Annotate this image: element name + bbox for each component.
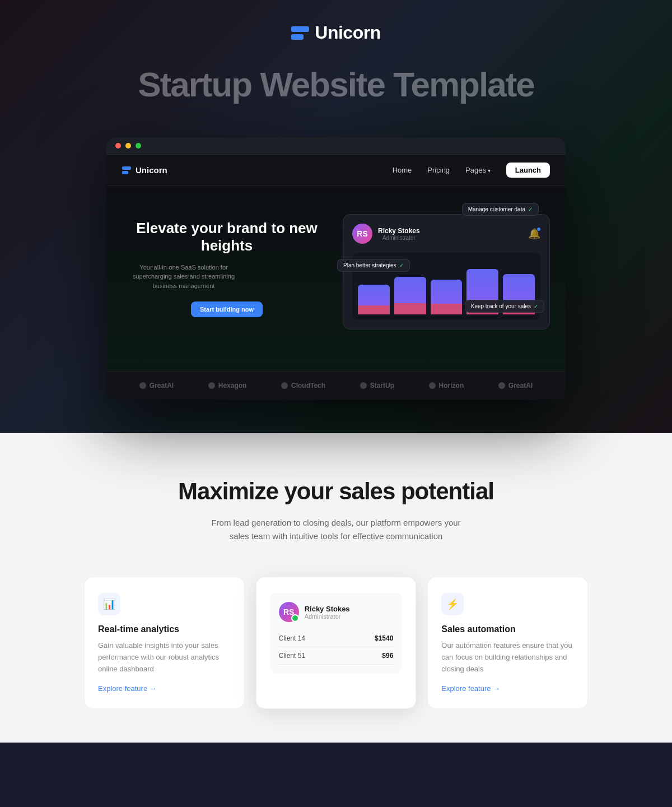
sim-hero: Elevate your brand to new heights Your a… bbox=[106, 186, 566, 371]
sim-hero-cta-button[interactable]: Start building now bbox=[191, 302, 263, 317]
chart-bar-3 bbox=[431, 280, 463, 314]
sim-partner-0: GreatAI bbox=[139, 382, 174, 389]
logo-icon bbox=[291, 26, 309, 40]
analytics-icon: 📊 bbox=[98, 593, 120, 615]
sim-nav: Unicorn Home Pricing Pages Launch bbox=[106, 155, 566, 186]
sim-logo-bar1 bbox=[122, 166, 131, 170]
sim-badge-manage: Manage customer data ✓ bbox=[462, 203, 539, 216]
center-table-row-0: Client 14 $1540 bbox=[279, 630, 394, 647]
browser-mockup-wrapper: Unicorn Home Pricing Pages Launch Elevat… bbox=[106, 137, 566, 400]
sim-user-details: Ricky Stokes Administrator bbox=[378, 227, 420, 241]
bg-headline: Startup Website Template bbox=[11, 66, 661, 104]
sim-nav-links: Home Pricing Pages Launch bbox=[393, 163, 550, 178]
sim-partner-1: Hexagon bbox=[208, 382, 247, 389]
sim-nav-logo-text: Unicorn bbox=[136, 165, 167, 175]
chart-bar-2 bbox=[394, 277, 426, 314]
features-title: Maximize your sales potential bbox=[11, 478, 661, 505]
sim-user-info: RS Ricky Stokes Administrator bbox=[352, 224, 420, 244]
feature-card-analytics: 📊 Real-time analytics Gain valuable insi… bbox=[84, 577, 245, 708]
feature-card-center: RS Ricky Stokes Administrator Client 14 … bbox=[256, 577, 417, 708]
automation-desc: Our automation features ensure that you … bbox=[441, 640, 574, 675]
sim-partner-4: Horizon bbox=[429, 382, 464, 389]
sim-partner-icon-0 bbox=[139, 382, 146, 389]
browser-dot-maximize[interactable] bbox=[136, 143, 141, 149]
center-table-row-1: Client 51 $96 bbox=[279, 647, 394, 665]
sim-nav-cta-button[interactable]: Launch bbox=[506, 163, 550, 178]
analytics-title: Real-time analytics bbox=[98, 624, 231, 634]
sim-nav-link-home[interactable]: Home bbox=[393, 166, 412, 174]
sim-user-role: Administrator bbox=[378, 235, 420, 241]
automation-icon: ⚡ bbox=[441, 593, 464, 615]
sim-badge-plan-check-icon: ✓ bbox=[399, 262, 404, 268]
center-row-label-0: Client 14 bbox=[279, 634, 305, 642]
browser-chrome-bar bbox=[106, 137, 566, 155]
center-row-label-1: Client 51 bbox=[279, 652, 305, 660]
sim-partner-label-0: GreatAI bbox=[150, 382, 174, 389]
sim-partner-icon-5 bbox=[498, 382, 505, 389]
sim-badge-track: Keep track of your sales ✓ bbox=[465, 300, 544, 313]
center-card-inner: RS Ricky Stokes Administrator Client 14 … bbox=[270, 593, 403, 674]
sim-hero-left: Elevate your brand to new heights Your a… bbox=[122, 208, 332, 317]
sim-partners-bar: GreatAI Hexagon CloudTech StartUp bbox=[106, 371, 566, 400]
sim-badge-check-icon: ✓ bbox=[528, 206, 533, 212]
features-section: Maximize your sales potential From lead … bbox=[0, 433, 672, 742]
sim-badge-plan-text: Plan better strategies bbox=[343, 262, 396, 268]
center-user-info: Ricky Stokes Administrator bbox=[305, 605, 350, 620]
sim-partner-icon-3 bbox=[360, 382, 367, 389]
sim-nav-link-pricing[interactable]: Pricing bbox=[427, 166, 450, 174]
logo-bar-top bbox=[291, 26, 309, 32]
sim-partner-label-4: Horizon bbox=[439, 382, 464, 389]
center-user-role: Administrator bbox=[305, 613, 350, 620]
browser-mockup: Unicorn Home Pricing Pages Launch Elevat… bbox=[106, 137, 566, 400]
sim-partner-icon-2 bbox=[281, 382, 288, 389]
center-avatar: RS bbox=[279, 602, 299, 622]
sim-nav-link-pages[interactable]: Pages bbox=[465, 166, 491, 174]
top-logo: Unicorn bbox=[11, 22, 661, 43]
sim-bell-icon[interactable]: 🔔 bbox=[528, 228, 540, 240]
sim-hero-subtitle: Your all-in-one SaaS solution for superc… bbox=[122, 263, 245, 291]
feature-card-automation: ⚡ Sales automation Our automation featur… bbox=[427, 577, 588, 708]
sim-nav-logo-icon bbox=[122, 166, 131, 174]
simulated-site-content: Unicorn Home Pricing Pages Launch Elevat… bbox=[106, 155, 566, 400]
sim-partner-3: StartUp bbox=[360, 382, 394, 389]
sim-partner-2: CloudTech bbox=[281, 382, 325, 389]
automation-title: Sales automation bbox=[441, 624, 574, 634]
sim-partner-5: GreatAI bbox=[498, 382, 533, 389]
sim-dashboard: Manage customer data ✓ Plan better strat… bbox=[343, 208, 550, 330]
sim-partner-label-3: StartUp bbox=[370, 382, 394, 389]
sim-partner-icon-1 bbox=[208, 382, 215, 389]
sim-partner-label-2: CloudTech bbox=[291, 382, 325, 389]
analytics-link[interactable]: Explore feature → bbox=[98, 684, 231, 693]
browser-dot-minimize[interactable] bbox=[125, 143, 131, 149]
sim-partner-icon-4 bbox=[429, 382, 436, 389]
center-row-value-0: $1540 bbox=[375, 634, 393, 642]
sim-card-header: RS Ricky Stokes Administrator 🔔 bbox=[352, 224, 540, 244]
sim-partner-label-5: GreatAI bbox=[508, 382, 533, 389]
center-card-user: RS Ricky Stokes Administrator bbox=[279, 602, 394, 622]
logo-bar-bottom bbox=[291, 34, 304, 40]
top-section: Unicorn Startup Website Template bbox=[0, 0, 672, 433]
center-row-value-1: $96 bbox=[382, 652, 393, 660]
sim-badge-track-check-icon: ✓ bbox=[534, 303, 538, 309]
automation-link[interactable]: Explore feature → bbox=[441, 684, 574, 693]
sim-user-name: Ricky Stokes bbox=[378, 227, 420, 235]
sim-badge-track-text: Keep track of your sales bbox=[471, 303, 531, 309]
sim-hero-title: Elevate your brand to new heights bbox=[122, 220, 332, 254]
sim-badge-manage-text: Manage customer data bbox=[468, 206, 525, 212]
sim-badge-plan: Plan better strategies ✓ bbox=[337, 259, 410, 272]
chart-bar-1 bbox=[358, 285, 390, 314]
logo-text: Unicorn bbox=[315, 22, 380, 43]
analytics-desc: Gain valuable insights into your sales p… bbox=[98, 640, 231, 675]
sim-nav-logo: Unicorn bbox=[122, 165, 167, 175]
sim-partner-label-1: Hexagon bbox=[218, 382, 247, 389]
features-subtitle: From lead generation to closing deals, o… bbox=[202, 516, 470, 543]
sim-logo-bar2 bbox=[122, 171, 128, 174]
center-user-name: Ricky Stokes bbox=[305, 605, 350, 613]
browser-dot-close[interactable] bbox=[115, 143, 121, 149]
sim-avatar: RS bbox=[352, 224, 372, 244]
features-grid: 📊 Real-time analytics Gain valuable insi… bbox=[84, 577, 588, 708]
